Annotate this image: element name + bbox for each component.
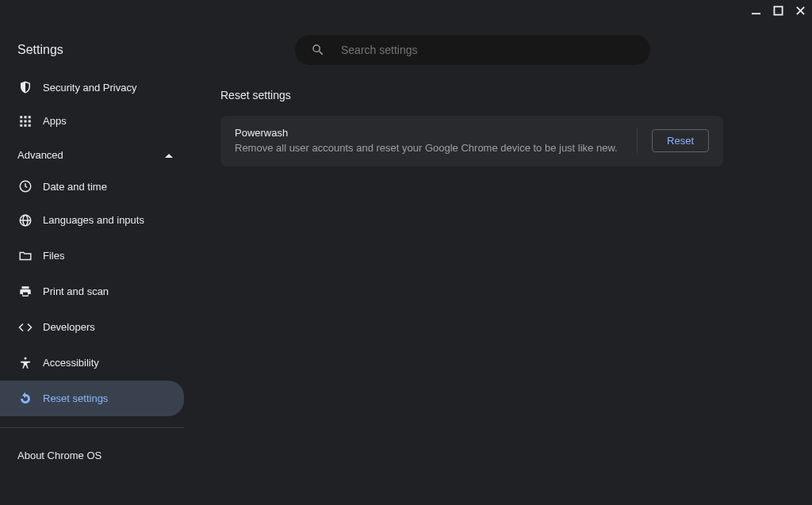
sidebar-item-label: Reset settings [43, 392, 108, 404]
window-minimize-button[interactable] [750, 5, 761, 16]
sidebar-item-label: Print and scan [43, 285, 109, 297]
sidebar-item-about[interactable]: About Chrome OS [0, 439, 184, 471]
sidebar-section-advanced[interactable]: Advanced [0, 139, 184, 170]
folder-icon [17, 248, 33, 264]
svg-rect-9 [25, 124, 27, 126]
sidebar-item-apps[interactable]: Apps [0, 103, 184, 139]
reset-button[interactable]: Reset [652, 129, 709, 152]
card-title: Powerwash [235, 127, 622, 139]
sidebar-item-languages-inputs[interactable]: Languages and inputs [0, 202, 184, 238]
powerwash-card: Powerwash Remove all user accounts and r… [220, 116, 723, 166]
sidebar-item-label: About Chrome OS [17, 450, 102, 461]
sidebar-item-label: Accessibility [43, 357, 99, 369]
reset-icon [17, 391, 33, 407]
svg-rect-10 [29, 124, 31, 126]
sidebar-separator [0, 427, 184, 428]
apps-grid-icon [17, 113, 33, 129]
code-icon [17, 319, 33, 335]
sidebar-section-label: Advanced [17, 149, 63, 161]
accessibility-icon [17, 355, 33, 371]
sidebar-item-files[interactable]: Files [0, 238, 184, 274]
svg-rect-2 [20, 116, 22, 118]
svg-rect-3 [25, 116, 27, 118]
sidebar-item-print-scan[interactable]: Print and scan [0, 274, 184, 309]
sidebar-item-label: Apps [43, 115, 67, 127]
sidebar-item-label: Developers [43, 321, 95, 333]
svg-rect-6 [25, 120, 27, 122]
window-controls [750, 5, 806, 16]
shield-icon [17, 79, 33, 95]
search-input[interactable] [325, 44, 634, 56]
printer-icon [17, 284, 33, 300]
sidebar-item-label: Date and time [43, 181, 107, 193]
search-icon [311, 43, 325, 57]
globe-icon [17, 212, 33, 228]
sidebar: Security and Privacy Apps Advanced Date … [0, 71, 184, 471]
sidebar-item-label: Languages and inputs [43, 214, 144, 226]
sidebar-item-label: Security and Privacy [43, 82, 137, 94]
svg-rect-4 [29, 116, 31, 118]
page-title: Settings [17, 43, 63, 57]
section-title: Reset settings [220, 89, 723, 101]
card-description: Remove all user accounts and reset your … [235, 142, 622, 154]
card-text: Powerwash Remove all user accounts and r… [235, 127, 622, 154]
svg-rect-0 [751, 13, 760, 14]
sidebar-item-reset-settings[interactable]: Reset settings [0, 381, 184, 416]
content-area: Reset settings Powerwash Remove all user… [220, 89, 723, 166]
svg-rect-7 [29, 120, 31, 122]
window-close-button[interactable] [795, 5, 806, 16]
chevron-up-icon [165, 151, 173, 159]
search-bar[interactable] [295, 35, 650, 65]
clock-icon [17, 178, 33, 194]
sidebar-item-label: Files [43, 250, 64, 262]
sidebar-item-date-time[interactable]: Date and time [0, 170, 184, 202]
sidebar-item-developers[interactable]: Developers [0, 309, 184, 345]
window-maximize-button[interactable] [772, 5, 783, 16]
svg-rect-5 [20, 120, 22, 122]
svg-point-14 [25, 357, 27, 359]
card-divider [637, 128, 638, 153]
sidebar-item-accessibility[interactable]: Accessibility [0, 345, 184, 381]
svg-rect-1 [774, 6, 782, 14]
sidebar-item-security-privacy[interactable]: Security and Privacy [0, 71, 184, 103]
svg-rect-8 [20, 124, 22, 126]
